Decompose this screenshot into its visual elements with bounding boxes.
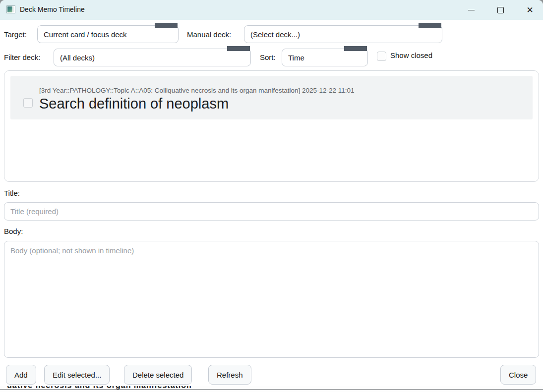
dropdown-indicator <box>227 46 250 51</box>
filter-deck-label: Filter deck: <box>4 53 40 61</box>
minimize-icon <box>468 10 475 10</box>
close-icon: ✕ <box>526 6 533 14</box>
maximize-button[interactable] <box>489 0 512 20</box>
sort-combobox[interactable]: Time <box>282 49 368 66</box>
title-input[interactable] <box>4 202 539 221</box>
manual-deck-combobox[interactable]: (Select deck...) <box>244 25 442 43</box>
window-title: Deck Memo Timeline <box>20 5 85 13</box>
close-window-button[interactable]: ✕ <box>518 0 542 20</box>
deck-memo-timeline-dialog: Deck Memo Timeline ✕ Target: Current car… <box>0 0 543 392</box>
dropdown-indicator <box>155 23 178 28</box>
target-label: Target: <box>4 30 27 39</box>
manual-deck-label: Manual deck: <box>187 30 231 39</box>
filter-deck-combobox[interactable]: (All decks) <box>54 49 251 66</box>
dropdown-indicator <box>344 46 367 51</box>
timeline-list[interactable]: [3rd Year::PATHOLOGY::Topic A::A05: Coll… <box>4 70 539 182</box>
title-field-label: Title: <box>4 189 20 197</box>
dropdown-indicator <box>419 23 441 28</box>
target-combobox[interactable]: Current card / focus deck <box>37 25 179 43</box>
close-button[interactable]: Close <box>500 365 536 385</box>
app-window-icon <box>6 5 15 13</box>
item-title: Search definition of neoplasm <box>39 96 229 112</box>
sort-combobox-value: Time <box>288 54 304 62</box>
item-deck-and-time: [3rd Year::PATHOLOGY::Topic A::A05: Coll… <box>39 87 355 94</box>
filter-deck-combobox-value: (All decks) <box>60 54 95 62</box>
target-combobox-value: Current card / focus deck <box>44 30 127 39</box>
manual-deck-combobox-value: (Select deck...) <box>250 30 300 39</box>
minimize-button[interactable] <box>460 0 483 20</box>
body-textarea[interactable] <box>4 241 539 358</box>
delete-selected-button[interactable]: Delete selected <box>124 365 192 385</box>
refresh-button[interactable]: Refresh <box>208 365 251 385</box>
sort-label: Sort: <box>260 53 276 61</box>
item-checkbox[interactable] <box>23 98 33 108</box>
occluded-background-window: uative necrosis and its organ manifestat… <box>0 386 543 392</box>
body-field-label: Body: <box>4 227 23 235</box>
add-button[interactable]: Add <box>6 365 36 385</box>
maximize-icon <box>497 7 504 13</box>
edit-selected-button[interactable]: Edit selected... <box>44 365 110 385</box>
show-closed-label: Show closed <box>390 51 432 59</box>
occluded-window-text: uative necrosis and its organ manifestat… <box>7 386 192 390</box>
show-closed-checkbox[interactable] <box>377 52 386 61</box>
timeline-item[interactable]: [3rd Year::PATHOLOGY::Topic A::A05: Coll… <box>10 76 533 119</box>
titlebar[interactable]: Deck Memo Timeline ✕ <box>0 0 543 20</box>
